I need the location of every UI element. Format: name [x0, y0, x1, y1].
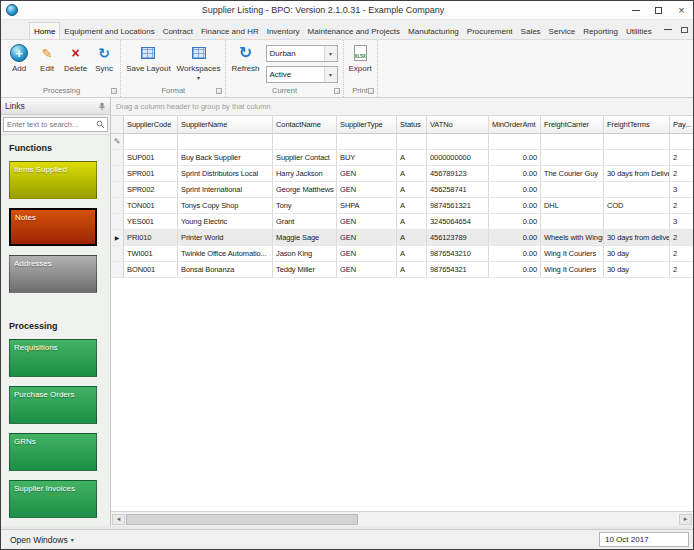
mdi-restore-button[interactable] [679, 25, 689, 34]
tab-inventory[interactable]: Inventory [263, 23, 304, 39]
maximize-button[interactable] [647, 1, 670, 19]
column-header-freightterms[interactable]: FreightTerms [604, 116, 670, 133]
cell-minorderamt: 0.00 [489, 182, 541, 197]
ribbon-group-current: ↻RefreshDurban▾Active▾Current [226, 40, 343, 97]
filter-cell-pay[interactable] [670, 134, 693, 149]
workspaces-button[interactable]: Workspaces▾ [174, 42, 224, 81]
export-button[interactable]: XLSXExport [346, 42, 375, 74]
date-field[interactable]: 10 Oct 2017 [599, 532, 689, 547]
grid-filter-row[interactable]: ✎ [111, 134, 693, 150]
grid-header-row: SupplierCodeSupplierNameContactNameSuppl… [111, 116, 693, 134]
sidebar-heading-processing: Processing [9, 321, 104, 331]
tab-manufacturing[interactable]: Manufacturing [404, 23, 463, 39]
cell-freightterms [604, 214, 670, 229]
tab-finance-and-hr[interactable]: Finance and HR [197, 23, 263, 39]
sidebar-item-grns[interactable]: GRNs [9, 433, 97, 471]
table-row-yes001[interactable]: YES001Young ElectricGrantGENA32450646540… [111, 214, 693, 230]
export-icon-holder: XLSX [354, 43, 367, 63]
tab-contract[interactable]: Contract [159, 23, 197, 39]
column-header-freightcarrier[interactable]: FreightCarrier [541, 116, 604, 133]
column-header-status[interactable]: Status [397, 116, 427, 133]
filter-cell-contactname[interactable] [273, 134, 337, 149]
search-icon[interactable] [94, 120, 107, 129]
tab-equipment-and-locations[interactable]: Equipment and Locations [60, 23, 158, 39]
table-row-bon001[interactable]: BON001Bonsai BonanzaTeddy MillerGENA9876… [111, 262, 693, 278]
group-caption-label: Format [161, 86, 185, 95]
tab-home[interactable]: Home [29, 22, 60, 39]
column-header-contactname[interactable]: ContactName [273, 116, 337, 133]
edit-label: Edit [40, 65, 54, 74]
group-dialog-launcher-icon[interactable] [216, 88, 222, 94]
ribbon-group-content-format: Save LayoutWorkspaces▾ [123, 40, 223, 84]
column-header-suppliername[interactable]: SupplierName [178, 116, 273, 133]
table-row-spr002[interactable]: SPR002Sprint InternationalGeorge Matthew… [111, 182, 693, 198]
filter-cell-suppliertype[interactable] [337, 134, 397, 149]
group-dialog-launcher-icon[interactable] [111, 88, 117, 94]
sidebar-item-requisitions[interactable]: Requisitions [9, 339, 97, 377]
column-header-suppliercode[interactable]: SupplierCode [124, 116, 178, 133]
tab-reporting[interactable]: Reporting [579, 23, 622, 39]
column-header-suppliertype[interactable]: SupplierType [337, 116, 397, 133]
row-indicator [111, 150, 124, 165]
cell-suppliertype: GEN [337, 230, 397, 245]
pin-icon[interactable] [97, 97, 106, 115]
table-row-twi001[interactable]: TWI001Twinkle Office Automatio...Jason K… [111, 246, 693, 262]
minimize-button[interactable] [624, 1, 647, 19]
group-dialog-launcher-icon[interactable] [334, 88, 340, 94]
sidebar-item-items-supplied[interactable]: Items Supplied [9, 161, 97, 199]
table-row-sup001[interactable]: SUP001Buy Back SupplierSupplier ContactB… [111, 150, 693, 166]
filter-cell-freightterms[interactable] [604, 134, 670, 149]
filter-cell-suppliername[interactable] [178, 134, 273, 149]
filter-pencil-icon: ✎ [114, 138, 121, 146]
refresh-button[interactable]: ↻Refresh [228, 42, 262, 74]
close-button[interactable]: × [670, 1, 693, 19]
cell-suppliercode: TON001 [124, 198, 178, 213]
row-indicator: ▶ [111, 230, 124, 245]
column-header-vatno[interactable]: VATNo [427, 116, 489, 133]
open-windows-button[interactable]: Open Windows ▾ [5, 533, 79, 547]
sync-button[interactable]: ↻Sync [90, 42, 118, 74]
scroll-right-icon[interactable]: ▸ [679, 514, 692, 525]
sidebar-item-notes[interactable]: Notes [9, 208, 97, 246]
scrollbar-track[interactable] [126, 514, 678, 525]
filter-cell-suppliercode[interactable] [124, 134, 178, 149]
save-layout-button[interactable]: Save Layout [123, 42, 173, 74]
site-combo[interactable]: Durban▾ [266, 45, 338, 62]
tab-sales[interactable]: Sales [517, 23, 545, 39]
delete-button[interactable]: ×Delete [61, 42, 90, 74]
column-header-minorderamt[interactable]: MinOrderAmt [489, 116, 541, 133]
table-row-spr001[interactable]: SPR001Sprint Distributors LocalHarry Jac… [111, 166, 693, 182]
table-row-pri010[interactable]: ▶PRI010Printer WorldMaggie SageGENA45612… [111, 230, 693, 246]
edit-button[interactable]: ✎Edit [33, 42, 61, 74]
group-by-panel[interactable]: Drag a column header to group by that co… [111, 98, 693, 116]
sidebar-item-purchase-orders[interactable]: Purchase Orders [9, 386, 97, 424]
row-indicator [111, 182, 124, 197]
chevron-down-icon[interactable]: ▾ [324, 67, 337, 82]
scroll-left-icon[interactable]: ◂ [112, 514, 125, 525]
search-input[interactable] [4, 120, 94, 129]
filter-cell-freightcarrier[interactable] [541, 134, 604, 149]
table-row-ton001[interactable]: TON001Tonys Copy ShopTonySHPAA9874561321… [111, 198, 693, 214]
filter-cell-minorderamt[interactable] [489, 134, 541, 149]
sidebar-item-supplier-invoices[interactable]: Supplier Invoices [9, 480, 97, 518]
search-box [3, 117, 108, 132]
tab-utilities[interactable]: Utilities [622, 23, 656, 39]
cell-suppliername: Young Electric [178, 214, 273, 229]
horizontal-scrollbar[interactable]: ◂ ▸ [111, 511, 693, 526]
mdi-minimize-button[interactable] [663, 25, 673, 34]
scrollbar-thumb[interactable] [126, 514, 358, 525]
chevron-down-icon[interactable]: ▾ [324, 46, 337, 61]
app-window: Supplier Listing - BPO: Version 2.1.0.31… [0, 0, 694, 550]
cell-suppliertype: BUY [337, 150, 397, 165]
tab-maintenance-and-projects[interactable]: Maintenance and Projects [304, 23, 405, 39]
tab-service[interactable]: Service [545, 23, 580, 39]
column-header-pay[interactable]: Pay... [670, 116, 693, 133]
status-combo[interactable]: Active▾ [266, 66, 338, 83]
sidebar-item-addresses[interactable]: Addresses [9, 255, 97, 293]
tab-procurement[interactable]: Procurement [463, 23, 517, 39]
filter-cell-vatno[interactable] [427, 134, 489, 149]
add-button[interactable]: +Add [5, 42, 33, 74]
group-dialog-launcher-icon[interactable] [368, 88, 374, 94]
filter-cell-status[interactable] [397, 134, 427, 149]
group-caption-label: Processing [43, 86, 80, 95]
